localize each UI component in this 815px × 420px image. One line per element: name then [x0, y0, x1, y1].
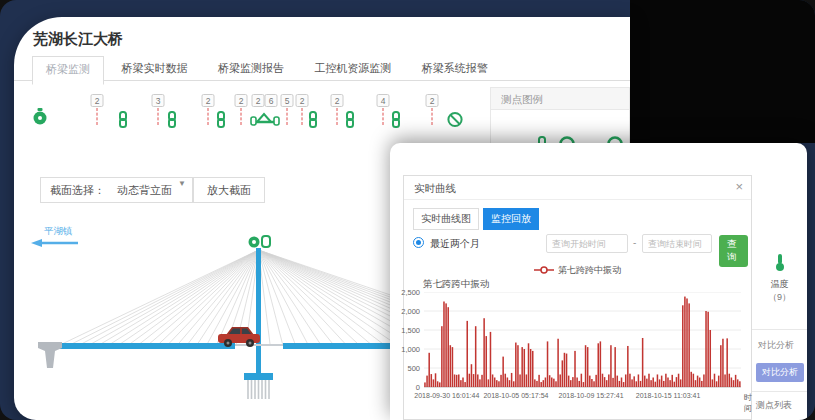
sensor-group[interactable]: 2 — [252, 94, 265, 107]
sensor-group[interactable]: 3 — [152, 94, 165, 125]
chart-bar — [686, 298, 688, 387]
x-axis-title: 时间 — [744, 392, 752, 414]
compare-analysis-button[interactable]: 对比分析 — [756, 363, 804, 382]
sensor-group[interactable]: 6 — [265, 94, 278, 107]
section-select-label: 截面选择： — [41, 183, 109, 198]
chart-bar — [528, 343, 530, 387]
chain-link-icon[interactable] — [536, 136, 548, 143]
sensor-count-badge: 3 — [152, 94, 165, 107]
sensor-dash-line — [302, 108, 303, 125]
bridge-sensor-icon[interactable] — [250, 110, 280, 130]
chain-link-icon[interactable] — [215, 111, 227, 132]
chart-bar — [606, 380, 608, 387]
chart-bar — [502, 357, 504, 387]
chart-bar — [587, 347, 589, 387]
chart-bar — [657, 374, 659, 387]
y-tick-label: 500 — [401, 364, 420, 373]
chart-legend[interactable]: 第七跨跨中振动 — [404, 264, 751, 277]
chart-bar — [473, 374, 475, 387]
chart-bar — [515, 343, 517, 387]
main-tab-bar: 桥梁监测 桥梁实时数据 桥梁监测报告 工控机资源监测 桥梁系统报警 视频监控 — [14, 55, 630, 81]
chart-bar — [595, 375, 597, 387]
sensor-group[interactable]: 2 — [235, 94, 248, 125]
chart-bar — [437, 381, 439, 387]
chart-bar — [538, 375, 540, 387]
chart-bar — [545, 378, 547, 388]
chart-bar — [566, 354, 568, 387]
chart-bar — [458, 374, 460, 387]
y-tick-label: 2,000 — [401, 307, 420, 316]
chart-bar — [549, 375, 551, 387]
sensor-count-badge: 2 — [202, 94, 215, 107]
modal-title: 实时曲线 — [404, 176, 751, 200]
chart-bar — [439, 382, 441, 387]
chart-bar — [428, 353, 430, 387]
sensor-count-badge: 2 — [235, 94, 248, 107]
y-tick-label: 1,500 — [401, 326, 420, 335]
chart-bar — [526, 374, 528, 387]
chain-link-icon[interactable] — [166, 111, 178, 132]
recent-two-months-radio[interactable] — [413, 237, 424, 248]
chart-bar — [464, 382, 466, 387]
sensor-dash-line — [208, 108, 209, 125]
sensor-group[interactable]: 5 — [281, 94, 294, 125]
circle-sensor-icon[interactable] — [607, 136, 623, 143]
temperature-count: （9） — [752, 291, 807, 304]
screen: 芜湖长江大桥 桥梁监测 桥梁实时数据 桥梁监测报告 工控机资源监测 桥梁系统报警… — [0, 0, 815, 420]
sensor-group[interactable]: 4 — [377, 94, 390, 125]
chart-bar — [701, 381, 703, 387]
tab-monitor-report[interactable]: 桥梁监测报告 — [205, 55, 297, 83]
tab-monitor-playback[interactable]: 监控回放 — [483, 208, 539, 230]
chart-bar — [570, 380, 572, 387]
stopwatch-icon[interactable] — [32, 107, 49, 131]
chart-bar — [511, 373, 513, 387]
chain-link-icon[interactable] — [390, 111, 402, 132]
section-select[interactable]: 截面选择： 动态背立面 ▼ — [40, 177, 193, 203]
sensor-dash-line — [287, 108, 288, 125]
tab-realtime-data[interactable]: 桥梁实时数据 — [108, 55, 200, 83]
sensor-group[interactable]: 2 — [202, 94, 215, 125]
chart-bar — [585, 345, 587, 387]
chart-bar — [426, 376, 428, 387]
chart-bar — [729, 374, 731, 387]
chart-bar — [469, 374, 471, 387]
tab-ipc-resource[interactable]: 工控机资源监测 — [301, 55, 404, 83]
chain-link-icon[interactable] — [117, 111, 129, 132]
legend-marker-icon — [534, 266, 554, 276]
bridge-tower — [256, 248, 261, 378]
chain-link-icon[interactable] — [307, 111, 319, 132]
compare-section-title: 对比分析 — [758, 339, 794, 352]
chart-bar — [710, 330, 712, 387]
temperature-legend-item[interactable]: 温度 （9） — [752, 253, 807, 304]
sensor-group[interactable]: 2 — [331, 94, 344, 125]
chart-bar — [490, 332, 492, 387]
chart-bar — [627, 346, 629, 387]
tab-system-alarm[interactable]: 桥梁系统报警 — [409, 55, 501, 83]
tower-link-icon[interactable] — [262, 236, 270, 247]
circle-sensor-icon[interactable] — [559, 136, 575, 143]
chart-bar — [610, 345, 612, 387]
chart-bar — [559, 374, 561, 387]
chart-bar — [642, 338, 644, 387]
tab-bridge-monitor[interactable]: 桥梁监测 — [32, 56, 104, 85]
chart-bar — [424, 382, 426, 387]
chart-bar — [540, 382, 542, 387]
chart-bar — [617, 376, 619, 387]
chart-bar — [553, 379, 555, 387]
sensor-group[interactable]: 2 — [426, 94, 439, 125]
zoom-section-button[interactable]: 放大截面 — [193, 177, 265, 203]
chart-bar — [665, 374, 667, 387]
temperature-label: 温度 — [752, 278, 807, 291]
query-end-time-input[interactable] — [642, 234, 712, 253]
y-tick-label: 2,500 — [401, 288, 420, 297]
tab-curve-browse[interactable]: 实时曲线图 — [413, 208, 479, 230]
prohibited-icon[interactable] — [447, 111, 464, 132]
chain-link-icon[interactable] — [344, 111, 356, 132]
chart-bar — [621, 378, 623, 388]
query-button[interactable]: 查询 — [719, 235, 748, 267]
chart-bar — [578, 381, 580, 387]
tower-foundation-piles — [248, 380, 269, 399]
close-icon[interactable]: × — [735, 180, 743, 194]
query-start-time-input[interactable] — [546, 234, 628, 253]
sensor-group[interactable]: 2 — [91, 94, 104, 125]
